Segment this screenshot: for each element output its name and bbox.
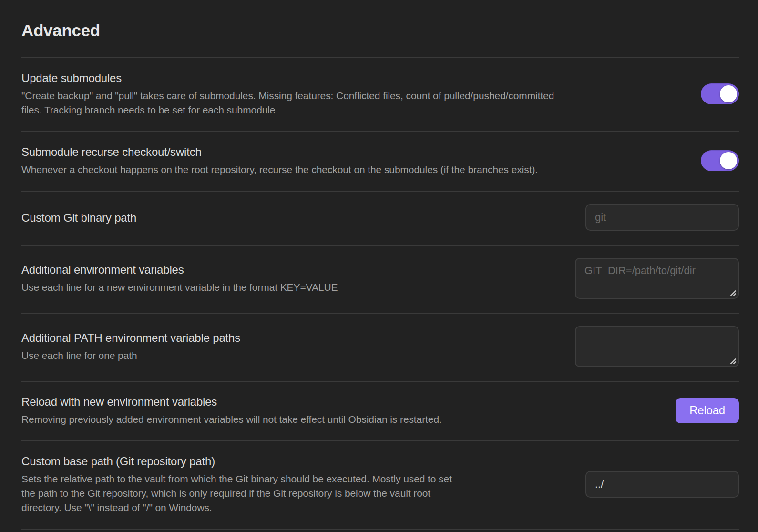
description-line: Removing previously added environment va… xyxy=(21,412,664,427)
toggle-knob xyxy=(720,85,737,102)
setting-info: Custom Git binary path xyxy=(21,210,574,225)
setting-info: Additional PATH environment variable pat… xyxy=(21,330,563,363)
setting-name: Update submodules xyxy=(21,71,689,85)
settings-list: Update submodules "Create backup" and "p… xyxy=(21,57,739,530)
submodule-recurse-toggle[interactable] xyxy=(701,150,739,171)
resize-handle-icon[interactable] xyxy=(729,289,737,297)
setting-control xyxy=(575,326,739,367)
setting-name: Additional environment variables xyxy=(21,262,563,277)
path-variable-textarea[interactable] xyxy=(575,326,739,367)
description-line: "Create backup" and "pull" takes care of… xyxy=(21,89,689,103)
setting-control xyxy=(575,258,739,299)
description-line: Use each line for a new environment vari… xyxy=(21,280,563,295)
setting-path-variable-paths: Additional PATH environment variable pat… xyxy=(21,314,739,382)
setting-control xyxy=(585,204,739,231)
setting-custom-base-path: Custom base path (Git repository path) S… xyxy=(21,441,739,530)
setting-description: Removing previously added environment va… xyxy=(21,412,664,427)
setting-name: Submodule recurse checkout/switch xyxy=(21,144,689,159)
setting-description: "Create backup" and "pull" takes care of… xyxy=(21,89,689,117)
env-variables-textarea[interactable] xyxy=(575,258,739,299)
reload-button[interactable]: Reload xyxy=(676,398,739,423)
setting-info: Additional environment variables Use eac… xyxy=(21,262,563,295)
setting-info: Custom base path (Git repository path) S… xyxy=(21,454,574,515)
setting-info: Submodule recurse checkout/switch Whenev… xyxy=(21,144,689,177)
setting-submodule-recurse: Submodule recurse checkout/switch Whenev… xyxy=(21,132,739,192)
toggle-knob xyxy=(720,152,737,169)
page-title: Advanced xyxy=(21,21,739,40)
description-line: Whenever a checkout happens on the root … xyxy=(21,163,689,177)
setting-description: Sets the relative path to the vault from… xyxy=(21,472,574,515)
description-line: the path to the Git repository, which is… xyxy=(21,486,574,501)
setting-description: Whenever a checkout happens on the root … xyxy=(21,163,689,177)
description-line: files. Tracking branch needs to be set f… xyxy=(21,103,689,117)
setting-update-submodules: Update submodules "Create backup" and "p… xyxy=(21,58,739,132)
setting-reload-env: Reload with new environment variables Re… xyxy=(21,382,739,441)
setting-description: Use each line for one path xyxy=(21,348,563,363)
resize-handle-icon[interactable] xyxy=(729,357,737,365)
setting-info: Reload with new environment variables Re… xyxy=(21,394,664,427)
textarea-wrapper xyxy=(575,326,739,367)
description-line: Sets the relative path to the vault from… xyxy=(21,472,574,486)
description-line: Use each line for one path xyxy=(21,348,563,363)
setting-info: Update submodules "Create backup" and "p… xyxy=(21,71,689,117)
setting-env-variables: Additional environment variables Use eac… xyxy=(21,246,739,314)
setting-control xyxy=(585,471,739,498)
setting-name: Reload with new environment variables xyxy=(21,394,664,409)
update-submodules-toggle[interactable] xyxy=(701,83,739,104)
setting-name: Additional PATH environment variable pat… xyxy=(21,330,563,345)
setting-name: Custom Git binary path xyxy=(21,210,574,225)
setting-description: Use each line for a new environment vari… xyxy=(21,280,563,295)
git-binary-path-input[interactable] xyxy=(585,204,739,231)
description-line: directory. Use "\" instead of "/" on Win… xyxy=(21,501,574,515)
setting-control xyxy=(701,150,739,171)
setting-name: Custom base path (Git repository path) xyxy=(21,454,574,469)
advanced-settings-page: Advanced Update submodules "Create backu… xyxy=(0,0,758,532)
custom-base-path-input[interactable] xyxy=(585,471,739,498)
setting-git-binary-path: Custom Git binary path xyxy=(21,192,739,246)
setting-control xyxy=(701,83,739,104)
textarea-wrapper xyxy=(575,258,739,299)
setting-control: Reload xyxy=(676,398,739,423)
